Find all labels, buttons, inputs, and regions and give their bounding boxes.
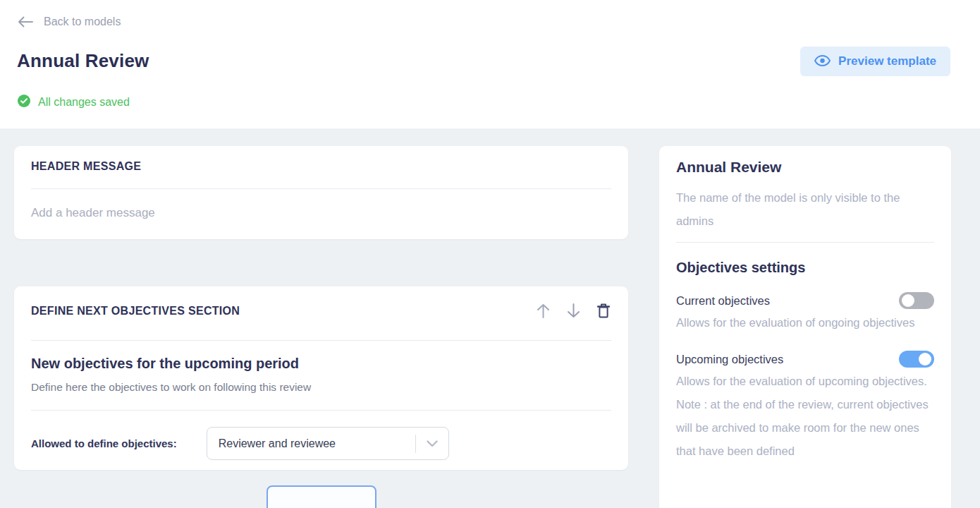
settings-panel-title: Annual Review: [676, 159, 934, 176]
divider: [676, 242, 934, 243]
upcoming-objectives-title: New objectives for the upcoming period: [31, 356, 611, 372]
trash-icon: [597, 310, 610, 320]
current-objectives-toggle[interactable]: [899, 292, 934, 309]
back-label: Back to models: [44, 16, 121, 28]
allowed-to-define-row: Allowed to define objectives: Reviewer a…: [31, 427, 611, 460]
header-message-card-title: HEADER MESSAGE: [31, 160, 611, 173]
upcoming-objectives-description: Allows for the evaluation of upcoming ob…: [676, 370, 934, 463]
settings-panel-subtitle: The name of the model is only visible to…: [676, 186, 934, 233]
current-objectives-row: Current objectives: [676, 292, 934, 309]
objectives-section-head: DEFINE NEXT OBJECTIVES SECTION: [31, 303, 611, 318]
toggle-knob: [902, 294, 914, 307]
current-objectives-description: Allows for the evaluation of ongoing obj…: [676, 311, 934, 334]
arrow-up-icon: [537, 310, 550, 320]
objectives-section-card: DEFINE NEXT OBJECTIVES SECTION: [14, 286, 628, 470]
arrow-down-icon: [567, 310, 580, 320]
allowed-to-define-select[interactable]: Reviewer and reviewee: [207, 427, 449, 460]
save-status: All changes saved: [18, 95, 130, 110]
allowed-to-define-value: Reviewer and reviewee: [219, 437, 415, 450]
section-actions: [537, 303, 611, 318]
upcoming-objectives-description: Define here the objectives to work on fo…: [31, 381, 611, 394]
back-arrow-icon: [18, 16, 33, 28]
objectives-settings-title: Objectives settings: [676, 260, 934, 276]
upcoming-objectives-label: Upcoming objectives: [676, 353, 783, 366]
add-section-button-partial[interactable]: [267, 485, 376, 508]
toggle-knob: [919, 353, 931, 365]
chevron-down-icon: [416, 440, 448, 447]
preview-template-label: Preview template: [838, 54, 936, 68]
objectives-section-title: DEFINE NEXT OBJECTIVES SECTION: [31, 305, 240, 318]
template-editor-column: HEADER MESSAGE Add a header message DEFI…: [14, 146, 628, 508]
delete-section-button[interactable]: [597, 303, 610, 318]
allowed-to-define-label: Allowed to define objectives:: [31, 437, 177, 449]
back-to-models-link[interactable]: Back to models: [18, 16, 121, 28]
header-message-card: HEADER MESSAGE Add a header message: [14, 146, 628, 239]
header-message-input[interactable]: Add a header message: [31, 206, 611, 220]
eye-icon: [814, 55, 831, 68]
move-down-button[interactable]: [567, 303, 580, 318]
divider: [31, 188, 611, 189]
divider: [31, 340, 611, 341]
divider: [31, 410, 611, 411]
move-up-button[interactable]: [537, 303, 550, 318]
upcoming-objectives-toggle[interactable]: [899, 351, 934, 368]
page-header: Back to models Annual Review All changes…: [0, 0, 980, 128]
upcoming-objectives-row: Upcoming objectives: [676, 351, 934, 368]
settings-panel: Annual Review The name of the model is o…: [659, 146, 951, 508]
preview-template-button[interactable]: Preview template: [800, 47, 950, 76]
review-template-editor: Back to models Annual Review All changes…: [0, 0, 980, 508]
current-objectives-label: Current objectives: [676, 294, 770, 308]
check-circle-icon: [18, 95, 30, 110]
save-status-label: All changes saved: [38, 96, 130, 109]
page-title: Annual Review: [17, 50, 149, 72]
